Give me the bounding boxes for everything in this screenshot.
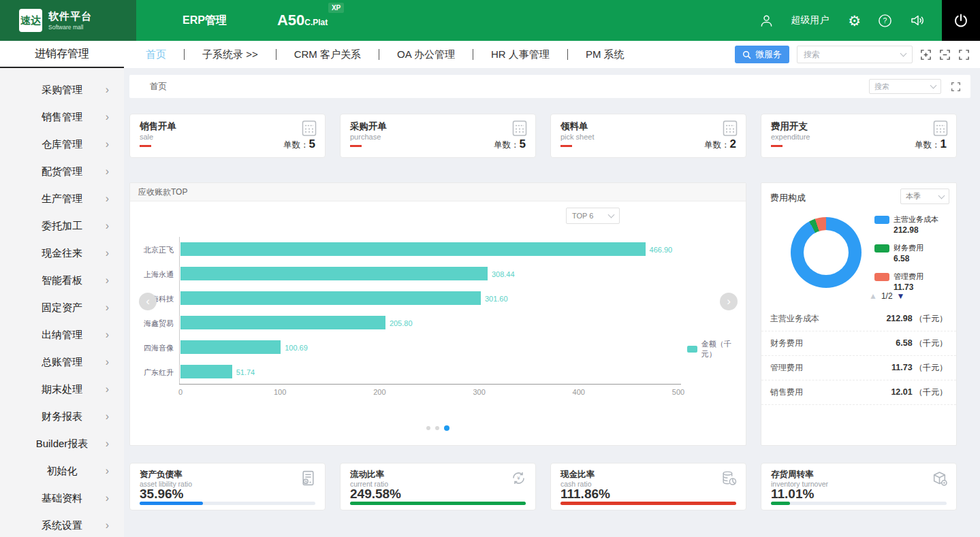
- x-tick-label: 500: [665, 388, 692, 396]
- chevron-right-icon: ›: [106, 357, 109, 368]
- sidebar-item-label: 财务报表: [42, 410, 82, 423]
- kpi-card[interactable]: 流动比率current ratio¥249.58%: [340, 463, 536, 510]
- sidebar-item[interactable]: 出纳管理›: [0, 321, 124, 348]
- chevron-right-icon: ›: [106, 193, 109, 204]
- sidebar-item[interactable]: 委托加工›: [0, 212, 124, 240]
- sidebar-item-label: 仓库管理: [42, 138, 82, 151]
- box-icon: [931, 470, 948, 489]
- sidebar-item-label: 总账管理: [42, 356, 82, 369]
- sidebar-title[interactable]: 进销存管理: [0, 41, 124, 68]
- sidebar-item[interactable]: 财务报表›: [0, 403, 124, 430]
- bar[interactable]: [180, 365, 232, 378]
- logo[interactable]: 速达 软件平台 Software mall: [0, 0, 136, 41]
- top-search-select[interactable]: 搜索: [797, 46, 913, 63]
- top-nav-item[interactable]: 子系统录 >>: [185, 48, 276, 61]
- sidebar-item[interactable]: Builder报表›: [0, 430, 124, 457]
- sidebar-item[interactable]: 固定资产›: [0, 294, 124, 321]
- expense-unit: （千元）: [913, 363, 947, 372]
- bar-row: 上海永通308.44: [130, 261, 746, 286]
- top-nav-item[interactable]: CRM 客户关系: [276, 48, 379, 61]
- chevron-right-icon: ›: [106, 166, 109, 177]
- bar[interactable]: [180, 340, 281, 354]
- sidebar-item-label: 系统设置: [42, 519, 82, 532]
- logout-button[interactable]: [942, 0, 980, 41]
- pie-legend-entry: 管理费用11.73: [874, 272, 938, 292]
- sidebar-item[interactable]: 基础资料›: [0, 485, 124, 512]
- sidebar-item[interactable]: 期末处理›: [0, 376, 124, 403]
- user-icon[interactable]: [759, 13, 774, 29]
- expense-amount: 11.73: [891, 363, 913, 372]
- stat-count: 单数：1: [915, 137, 947, 151]
- bar-row: 四海音像100.69: [130, 335, 746, 359]
- stat-card[interactable]: 采购开单purchase单数：5: [340, 114, 536, 158]
- expense-value: 6.58 （千元）: [896, 338, 947, 349]
- expand-icon[interactable]: [951, 82, 961, 92]
- sidebar-item[interactable]: 初始化›: [0, 457, 124, 485]
- pie-legend-label: 管理费用: [894, 272, 923, 282]
- top-nav-item[interactable]: OA 办公管理: [379, 48, 473, 61]
- calculator-icon: [723, 120, 738, 140]
- microservice-button[interactable]: 微服务: [735, 46, 789, 63]
- fullscreen-icon[interactable]: [958, 49, 970, 61]
- app-header: 速达 软件平台 Software mall ERP管理 A50C.Plat XP…: [0, 0, 980, 41]
- stat-dash: [560, 145, 572, 147]
- kpi-card[interactable]: 资产负债率asset libility ratio35.96%: [129, 463, 326, 510]
- carousel-prev-button[interactable]: ‹: [139, 293, 157, 310]
- product-tab[interactable]: A50C.Plat XP: [277, 12, 328, 29]
- x-tick-label: 200: [366, 388, 393, 396]
- sidebar-item-label: 基础资料: [42, 492, 82, 505]
- kpi-card[interactable]: 存货周转率inventory turnover11.01%: [761, 463, 957, 510]
- pie-title: 费用构成: [770, 192, 806, 204]
- kpi-card[interactable]: 现金比率cash ratio111.86%: [550, 463, 746, 510]
- username[interactable]: 超级用户: [791, 14, 829, 27]
- sidebar-item[interactable]: 仓库管理›: [0, 131, 124, 158]
- erp-tab[interactable]: ERP管理: [183, 14, 227, 28]
- zoom-out-icon[interactable]: [939, 49, 951, 61]
- stat-card-title: 费用开支: [771, 120, 808, 133]
- settings-icon[interactable]: ⚙: [848, 14, 861, 28]
- stat-card[interactable]: 领料单pick sheet单数：2: [550, 114, 746, 158]
- zoom-in-icon[interactable]: [920, 49, 932, 61]
- sidebar-item[interactable]: 配货管理›: [0, 158, 124, 185]
- bar-value-label: 205.80: [390, 319, 413, 327]
- sound-icon[interactable]: [909, 12, 926, 29]
- expense-row: 财务费用6.58 （千元）: [761, 331, 956, 356]
- stat-card-subtitle: sale: [140, 133, 153, 141]
- bar[interactable]: [180, 242, 646, 256]
- tab-home[interactable]: 首页: [150, 81, 167, 93]
- pager-up-icon[interactable]: ▲: [869, 291, 877, 301]
- bar[interactable]: [180, 291, 481, 305]
- top-n-select[interactable]: TOP 6: [566, 208, 620, 224]
- chevron-right-icon: ›: [106, 466, 109, 476]
- kpi-title: 存货周转率: [771, 469, 814, 481]
- top-nav-item[interactable]: HR 人事管理: [473, 48, 567, 61]
- help-icon[interactable]: ?: [877, 13, 893, 29]
- svg-text:¥: ¥: [517, 475, 520, 481]
- tab-search-select[interactable]: 搜索: [869, 79, 941, 94]
- period-select[interactable]: 本季: [900, 189, 949, 204]
- carousel-dot[interactable]: [426, 426, 430, 430]
- carousel-dot[interactable]: [444, 425, 449, 431]
- logo-title: 软件平台: [48, 10, 92, 23]
- stat-card[interactable]: 销售开单sale单数：5: [129, 114, 326, 158]
- expense-unit: （千元）: [913, 314, 947, 323]
- top-nav-item[interactable]: 首页: [128, 48, 184, 61]
- bar[interactable]: [180, 267, 488, 280]
- report-icon: [300, 470, 317, 489]
- carousel-next-button[interactable]: ›: [720, 293, 738, 310]
- stat-card[interactable]: 费用开支expenditure单数：1: [761, 114, 957, 158]
- pager-down-icon[interactable]: ▼: [897, 291, 905, 301]
- sidebar-item[interactable]: 采购管理›: [0, 76, 124, 103]
- top-nav-item[interactable]: PM 系统: [568, 48, 642, 61]
- bar[interactable]: [180, 316, 385, 329]
- kpi-progress-fill: [350, 502, 526, 505]
- carousel-dot[interactable]: [435, 426, 439, 430]
- sidebar-item[interactable]: 总账管理›: [0, 348, 124, 376]
- sidebar-item[interactable]: 系统设置›: [0, 512, 124, 537]
- stat-count-value: 2: [730, 137, 736, 150]
- sidebar-item[interactable]: 现金往来›: [0, 240, 124, 267]
- stat-dash: [140, 145, 151, 147]
- sidebar-item[interactable]: 销售管理›: [0, 103, 124, 131]
- sidebar-item[interactable]: 智能看板›: [0, 267, 124, 294]
- sidebar-item[interactable]: 生产管理›: [0, 185, 124, 212]
